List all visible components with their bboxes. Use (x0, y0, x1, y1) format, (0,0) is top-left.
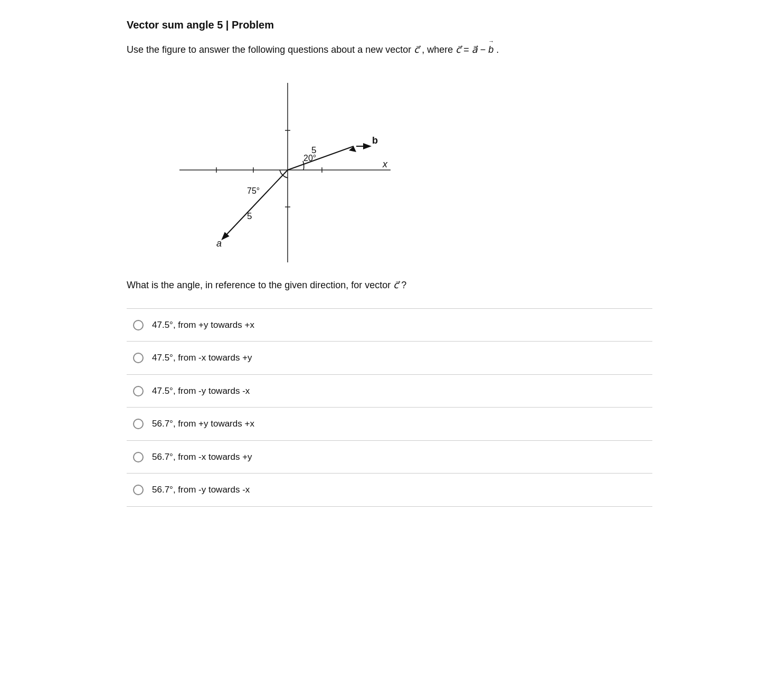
radio-opt1[interactable] (133, 320, 144, 330)
option-label-opt1: 47.5°, from +y towards +x (152, 318, 254, 332)
problem-title: Vector sum angle 5 | Problem (127, 17, 652, 33)
option-label-opt3: 47.5°, from -y towards -x (152, 384, 250, 398)
figure-svg: x a 5 75° (148, 72, 422, 262)
answer-option-1[interactable]: 47.5°, from +y towards +x (127, 309, 652, 342)
x-axis-label: x (382, 159, 388, 169)
option-label-opt4: 56.7°, from +y towards +x (152, 417, 254, 431)
answer-options: 47.5°, from +y towards +x 47.5°, from -x… (127, 308, 652, 507)
radio-opt6[interactable] (133, 485, 144, 495)
answer-option-6[interactable]: 56.7°, from -y towards -x (127, 474, 652, 507)
option-label-opt5: 56.7°, from -x towards +y (152, 450, 252, 464)
angle-a-label: 75° (247, 186, 260, 195)
radio-opt5[interactable] (133, 452, 144, 462)
problem-statement: Use the figure to answer the following q… (127, 42, 652, 58)
question-text: What is the angle, in reference to the g… (127, 278, 652, 292)
angle-b-label: 20° (303, 154, 316, 163)
answer-option-2[interactable]: 47.5°, from -x towards +y (127, 342, 652, 375)
svg-line-8 (288, 146, 354, 170)
option-label-opt2: 47.5°, from -x towards +y (152, 351, 252, 365)
answer-option-5[interactable]: 56.7°, from -x towards +y (127, 441, 652, 474)
vector-figure: x a 5 75° (148, 72, 422, 262)
answer-option-4[interactable]: 56.7°, from +y towards +x (127, 408, 652, 441)
option-label-opt6: 56.7°, from -y towards -x (152, 483, 250, 497)
vector-c-inline: c⃗ (414, 44, 422, 55)
svg-line-7 (223, 170, 288, 239)
radio-opt3[interactable] (133, 386, 144, 396)
vector-a-label: a (216, 238, 222, 249)
equation-inline: c⃗ = a⃗ − b→ (455, 44, 496, 55)
vector-a-magnitude: 5 (247, 211, 252, 221)
radio-opt4[interactable] (133, 419, 144, 429)
vector-b-label: b (372, 135, 378, 146)
page-container: Vector sum angle 5 | Problem Use the fig… (106, 0, 673, 700)
answer-option-3[interactable]: 47.5°, from -y towards -x (127, 375, 652, 408)
radio-opt2[interactable] (133, 353, 144, 363)
